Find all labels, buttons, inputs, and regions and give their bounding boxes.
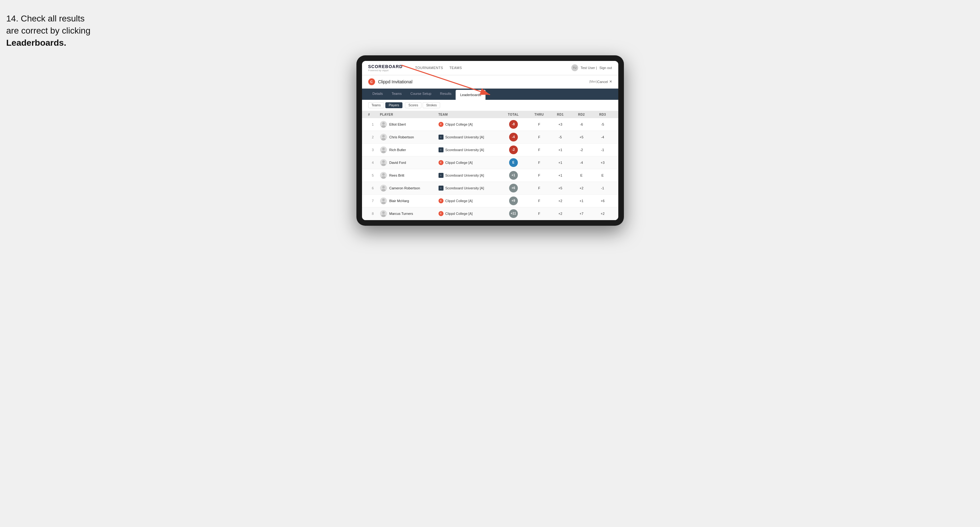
cancel-button[interactable]: Cancel ✕ xyxy=(597,79,612,84)
player-cell: Rees Britt xyxy=(380,172,436,179)
rd3-value: -1 xyxy=(593,186,612,190)
rd2-value: +5 xyxy=(572,135,591,139)
rd1-value: +1 xyxy=(551,173,570,177)
nav-links: TOURNAMENTS TEAMS xyxy=(415,65,562,71)
team-name: Clippd College [A] xyxy=(445,199,473,203)
logo-text: SCOREBOARD xyxy=(368,64,403,69)
table-header: # PLAYER TEAM TOTAL THRU RD1 RD2 RD3 xyxy=(362,111,618,118)
team-cell: C Clippd College [A] xyxy=(439,122,497,127)
total-score-badge: -8 xyxy=(509,120,518,129)
rd3-value: E xyxy=(593,173,612,177)
row-rank: 3 xyxy=(368,148,377,152)
rd1-value: +2 xyxy=(551,199,570,203)
player-cell: Elliot Ebert xyxy=(380,121,436,128)
team-cell: C Clippd College [A] xyxy=(439,160,497,165)
row-rank: 6 xyxy=(368,186,377,190)
table-row: 3 Rich Butler ≡ Scoreboard University [A… xyxy=(362,144,618,156)
player-name: Blair McHarg xyxy=(390,199,409,203)
rd2-value: -4 xyxy=(572,161,591,165)
nav-right: TU Test User | Sign out xyxy=(571,64,612,71)
col-thru: THRU xyxy=(530,113,549,116)
player-cell: Chris Robertson xyxy=(380,134,436,141)
tournament-name: Clippd Invitational xyxy=(378,79,587,84)
team-logo-icon: ≡ xyxy=(439,148,444,152)
rd1-value: +2 xyxy=(551,212,570,216)
player-name: Elliot Ebert xyxy=(390,122,406,126)
col-rd2: RD2 xyxy=(572,113,591,116)
rd3-value: +2 xyxy=(593,212,612,216)
table-row: 7 Blair McHarg C Clippd College [A] +9 F… xyxy=(362,195,618,207)
rd3-value: -5 xyxy=(593,122,612,126)
col-rd1: RD1 xyxy=(551,113,570,116)
total-score-badge: +1 xyxy=(509,171,518,180)
col-team: TEAM xyxy=(439,113,497,116)
svg-point-15 xyxy=(382,211,385,214)
svg-point-16 xyxy=(381,214,386,217)
table-row: 2 Chris Robertson ≡ Scoreboard Universit… xyxy=(362,131,618,144)
filter-teams[interactable]: Teams xyxy=(368,102,384,108)
player-cell: Marcus Turners xyxy=(380,210,436,217)
team-name: Scoreboard University [A] xyxy=(445,186,484,190)
team-logo-icon: C xyxy=(439,198,444,203)
rd3-value: +3 xyxy=(593,161,612,165)
logo-sub: Powered by clippd xyxy=(368,69,403,72)
rd2-value: -6 xyxy=(572,122,591,126)
tab-results[interactable]: Results xyxy=(436,89,456,100)
filter-strokes[interactable]: Strokes xyxy=(423,102,440,108)
total-score-badge: -2 xyxy=(509,146,518,154)
tab-teams[interactable]: Teams xyxy=(387,89,406,100)
team-logo-icon: ≡ xyxy=(439,173,444,178)
row-rank: 2 xyxy=(368,135,377,139)
svg-point-3 xyxy=(382,135,385,137)
team-cell: ≡ Scoreboard University [A] xyxy=(439,173,497,178)
thru-value: F xyxy=(530,122,549,126)
sign-out-link[interactable]: Sign out xyxy=(599,66,612,70)
total-score-badge: +9 xyxy=(509,197,518,205)
player-name: David Ford xyxy=(390,161,406,165)
team-cell: ≡ Scoreboard University [A] xyxy=(439,186,497,190)
nav-teams[interactable]: TEAMS xyxy=(449,65,462,71)
row-rank: 5 xyxy=(368,173,377,177)
filter-scores[interactable]: Scores xyxy=(405,102,422,108)
instruction-block: 14. Check all results are correct by cli… xyxy=(6,13,130,49)
player-avatar xyxy=(380,159,387,166)
team-cell: ≡ Scoreboard University [A] xyxy=(439,148,497,152)
filter-players[interactable]: Players xyxy=(385,102,402,108)
rd2-value: E xyxy=(572,173,591,177)
team-name: Clippd College [A] xyxy=(445,212,473,216)
tab-leaderboards[interactable]: Leaderboards xyxy=(456,90,485,100)
filter-row: Teams Players Scores Strokes xyxy=(362,100,618,111)
player-name: Marcus Turners xyxy=(390,212,413,216)
team-cell: C Clippd College [A] xyxy=(439,198,497,203)
tab-details[interactable]: Details xyxy=(368,89,388,100)
rd1-value: -5 xyxy=(551,135,570,139)
rd1-value: +1 xyxy=(551,148,570,152)
row-rank: 4 xyxy=(368,161,377,165)
svg-point-8 xyxy=(381,163,386,166)
thru-value: F xyxy=(530,199,549,203)
svg-point-4 xyxy=(381,138,386,141)
nav-tournaments[interactable]: TOURNAMENTS xyxy=(415,65,443,71)
col-total: TOTAL xyxy=(500,113,528,116)
player-name: Cameron Robertson xyxy=(390,186,420,190)
team-cell: C Clippd College [A] xyxy=(439,211,497,216)
svg-point-11 xyxy=(382,186,385,189)
tournament-badge: (Men) xyxy=(589,80,597,83)
rd1-value: +1 xyxy=(551,161,570,165)
table-row: 8 Marcus Turners C Clippd College [A] +1… xyxy=(362,207,618,220)
player-name: Rees Britt xyxy=(390,173,404,177)
team-logo-icon: C xyxy=(439,211,444,216)
tournament-header: C Clippd Invitational (Men) Cancel ✕ xyxy=(362,75,618,89)
svg-point-1 xyxy=(382,122,385,125)
svg-point-14 xyxy=(381,202,386,204)
team-name: Scoreboard University [A] xyxy=(445,148,484,152)
player-name: Chris Robertson xyxy=(390,135,414,139)
table-row: 6 Cameron Robertson ≡ Scoreboard Univers… xyxy=(362,182,618,195)
col-player: PLAYER xyxy=(380,113,436,116)
svg-point-6 xyxy=(381,151,386,153)
thru-value: F xyxy=(530,135,549,139)
svg-point-12 xyxy=(381,189,386,192)
team-logo-icon: ≡ xyxy=(439,135,444,140)
team-name: Clippd College [A] xyxy=(445,161,473,165)
tab-course-setup[interactable]: Course Setup xyxy=(406,89,436,100)
